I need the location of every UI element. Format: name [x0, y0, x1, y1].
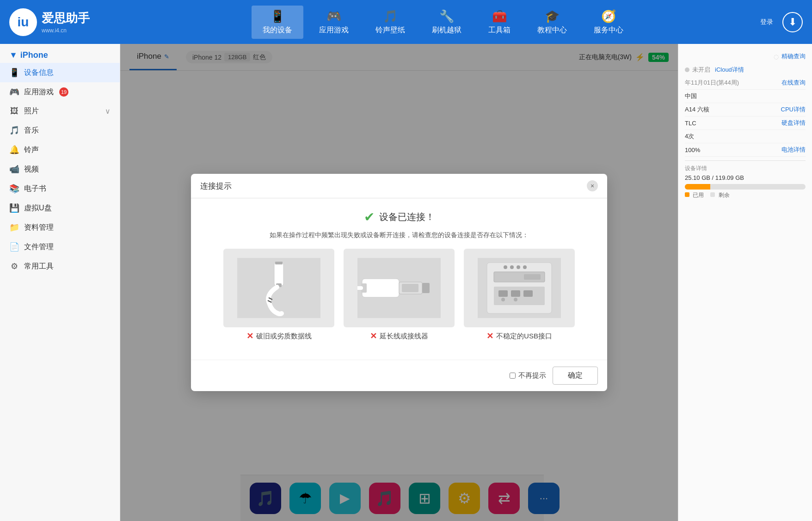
nav-toolbox[interactable]: 🧰 工具箱: [477, 6, 522, 39]
sidebar-item-music[interactable]: 🎵 音乐: [0, 121, 120, 140]
modal-img-extension: [344, 249, 455, 327]
nav-tutorials-icon: 🎓: [545, 9, 560, 24]
x-icon-1: ✕: [246, 331, 253, 341]
svg-rect-14: [524, 274, 541, 280]
nav-ringtones-icon: 🎵: [383, 9, 398, 24]
unlock-row: 4次: [685, 130, 806, 143]
apps-badge: 19: [59, 87, 68, 97]
download-button[interactable]: ⬇: [782, 12, 803, 32]
sidebar-item-videos[interactable]: 📹 视频: [0, 159, 120, 179]
svg-rect-5: [362, 279, 399, 297]
nav-services-icon: 🧭: [601, 9, 616, 24]
sidebar-section-label: iPhone: [20, 50, 48, 60]
sidebar-music-label: 音乐: [24, 126, 39, 135]
top-navigation: iu 爱思助手 www.i4.cn 📱 我的设备 🎮 应用游戏 🎵 铃声壁纸 🔧…: [0, 0, 812, 44]
sidebar-file-mgmt-label: 文件管理: [24, 242, 54, 252]
modal-header: 连接提示 ×: [191, 174, 607, 198]
modal-img-label-2: ✕ 延长线或接线器: [370, 331, 428, 341]
photos-icon: 🖼: [9, 106, 19, 116]
svg-point-22: [510, 265, 514, 269]
nav-ringtones-label: 铃声壁纸: [375, 25, 405, 35]
nav-tutorials[interactable]: 🎓 教程中心: [526, 6, 578, 39]
nav-ringtones[interactable]: 🎵 铃声壁纸: [364, 6, 416, 39]
tools-icon: ⚙: [9, 261, 19, 271]
sidebar-item-ringtones[interactable]: 🔔 铃声: [0, 140, 120, 159]
main-layout: ▼ iPhone 📱 设备信息 🎮 应用游戏 19 🖼 照片 ∨ 🎵 音乐 🔔 …: [0, 44, 812, 521]
modal-close-button[interactable]: ×: [587, 180, 598, 191]
svg-rect-7: [402, 284, 418, 292]
nav-my-device[interactable]: 📱 我的设备: [252, 6, 303, 39]
sidebar-item-apps[interactable]: 🎮 应用游戏 19: [0, 82, 120, 102]
nav-services[interactable]: 🧭 服务中心: [583, 6, 634, 39]
svg-rect-1: [274, 263, 283, 286]
photos-arrow: ∨: [105, 107, 111, 116]
cpu-detail-link[interactable]: CPU详情: [781, 105, 806, 114]
modal-footer: 不再提示 确定: [191, 360, 607, 391]
svg-point-24: [523, 265, 527, 269]
disk-value: TLC: [685, 120, 696, 127]
nav-apps-label: 应用游戏: [319, 25, 349, 35]
date-label: 年11月01日(第44周): [685, 79, 739, 87]
nav-apps-games[interactable]: 🎮 应用游戏: [308, 6, 360, 39]
nav-device-icon: 📱: [270, 9, 285, 24]
nav-items: 📱 我的设备 🎮 应用游戏 🎵 铃声壁纸 🔧 刷机越狱 🧰 工具箱 🎓 教程中心…: [129, 6, 757, 39]
cpu-row: A14 六核 CPU详情: [685, 103, 806, 116]
svg-point-21: [504, 265, 507, 269]
app-name: 爱思助手: [42, 10, 90, 26]
search-spinner: ◌: [774, 53, 779, 60]
videos-icon: 📹: [9, 164, 19, 174]
legend-used: 已用: [685, 191, 704, 199]
no-remind-checkbox-label[interactable]: 不再提示: [510, 371, 546, 380]
no-remind-checkbox[interactable]: [510, 373, 516, 379]
storage-section-label: 设备详情: [685, 165, 806, 172]
svg-rect-17: [511, 290, 520, 297]
no-remind-label: 不再提示: [518, 371, 546, 380]
sidebar-item-file-mgmt[interactable]: 📄 文件管理: [0, 237, 120, 257]
storage-legend: 已用 剩余: [685, 191, 806, 199]
modal-overlay: 连接提示 × ✔ 设备已连接！ 如果在操作过程中频繁出现失败或设备断开连接，请检…: [120, 44, 678, 521]
sidebar-item-tools[interactable]: ⚙ 常用工具: [0, 257, 120, 276]
close-icon: ×: [591, 182, 594, 190]
sidebar-item-ebook[interactable]: 📚 电子书: [0, 179, 120, 198]
device-details-label: 设备详情: [685, 165, 707, 172]
battery-detail-link[interactable]: 电池详情: [781, 146, 806, 154]
precise-search-link[interactable]: 精确查询: [781, 52, 806, 61]
music-icon: 🎵: [9, 125, 19, 135]
triangle-icon: ▼: [9, 50, 18, 60]
x-icon-2: ✕: [370, 331, 377, 341]
sidebar-item-photos[interactable]: 🖼 照片 ∨: [0, 102, 120, 121]
svg-point-20: [514, 298, 517, 301]
nav-services-label: 服务中心: [594, 25, 623, 35]
modal-img-usb-port: [464, 249, 575, 327]
sidebar-ringtones-label: 铃声: [24, 145, 39, 155]
modal-subtitle: 如果在操作过程中频繁出现失败或设备断开连接，请检查您的设备连接是否存在以下情况：: [204, 231, 594, 239]
legend-remaining: 剩余: [710, 191, 729, 199]
online-query-link[interactable]: 在线查询: [781, 79, 806, 87]
nav-device-label: 我的设备: [263, 25, 292, 35]
nav-toolbox-label: 工具箱: [488, 25, 511, 35]
nav-jailbreak-icon: 🔧: [439, 9, 454, 24]
nav-right: 登录 ⬇: [757, 12, 803, 32]
sidebar-item-device-info[interactable]: 📱 设备信息: [0, 63, 120, 82]
nav-jailbreak[interactable]: 🔧 刷机越狱: [421, 6, 473, 39]
svg-point-19: [501, 298, 505, 301]
disk-detail-link[interactable]: 硬盘详情: [781, 119, 806, 127]
ringtones-icon: 🔔: [9, 145, 19, 155]
modal-connected-row: ✔ 设备已连接！: [204, 209, 594, 225]
battery-health-value: 100%: [685, 147, 700, 153]
check-icon: ✔: [364, 209, 375, 225]
confirm-button[interactable]: 确定: [553, 367, 598, 385]
battery-health-row: 100% 电池详情: [685, 143, 806, 157]
data-mgmt-icon: 📁: [9, 222, 19, 233]
modal-img-card-2: ✕ 延长线或接线器: [344, 249, 455, 341]
sidebar-data-mgmt-label: 资料管理: [24, 223, 54, 233]
sidebar-item-data-mgmt[interactable]: 📁 资料管理: [0, 218, 120, 237]
file-mgmt-icon: 📄: [9, 242, 19, 252]
unlock-count: 4次: [685, 132, 694, 141]
icloud-detail-link[interactable]: iCloud详情: [715, 66, 744, 74]
app-sub: www.i4.cn: [42, 27, 90, 34]
storage-amount: 25.10 GB / 119.09 GB: [685, 174, 806, 181]
sidebar-item-udisk[interactable]: 💾 虚拟U盘: [0, 198, 120, 218]
cpu-value: A14 六核: [685, 105, 709, 114]
login-button[interactable]: 登录: [757, 16, 777, 28]
